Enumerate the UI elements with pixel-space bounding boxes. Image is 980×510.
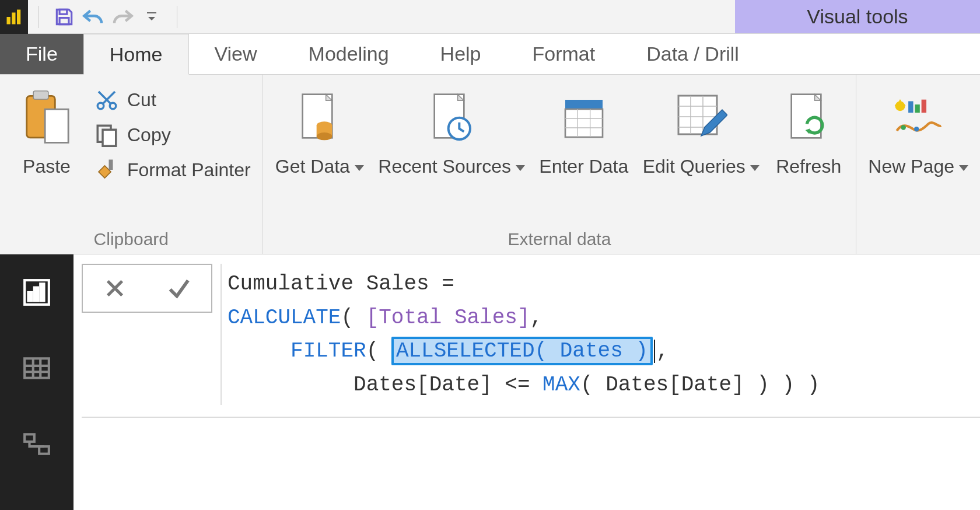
new-page-icon — [892, 86, 944, 151]
edit-queries-button[interactable]: Edit Queries — [643, 81, 760, 177]
svg-point-17 — [317, 132, 332, 140]
svg-rect-34 — [908, 101, 913, 113]
new-page-button[interactable]: New Page — [868, 81, 968, 177]
tab-home[interactable]: Home — [83, 34, 189, 75]
svg-rect-21 — [565, 109, 603, 137]
group-external-label: External data — [275, 226, 845, 250]
qat-left — [0, 0, 188, 33]
tok-calculate: CALCULATE — [228, 306, 341, 330]
svg-rect-4 — [60, 18, 69, 24]
new-page-label: New Page — [868, 155, 968, 177]
cancel-formula-button[interactable] — [83, 265, 147, 312]
qat-separator — [177, 6, 177, 28]
paste-button[interactable]: Paste — [12, 81, 82, 177]
customize-qat-button[interactable] — [137, 2, 166, 32]
paste-label: Paste — [23, 155, 71, 177]
formula-editor[interactable]: Cumulative Sales = CALCULATE( [Total Sal… — [220, 264, 980, 405]
svg-rect-1 — [12, 12, 15, 24]
svg-rect-3 — [60, 9, 67, 14]
group-insert-label — [868, 226, 968, 250]
refresh-label: Refresh — [776, 155, 841, 177]
check-icon — [166, 275, 192, 302]
contextual-tab-title: Visual tools — [735, 0, 980, 33]
enter-data-label: Enter Data — [539, 155, 628, 177]
tok-allselected-selection: ALLSELECTED( Dates ) — [391, 337, 653, 365]
cut-button[interactable]: Cut — [94, 88, 251, 112]
close-icon — [103, 276, 127, 301]
tab-file[interactable]: File — [0, 34, 83, 74]
tab-help[interactable]: Help — [415, 34, 507, 74]
qat-separator — [38, 6, 39, 28]
group-clipboard-label: Clipboard — [12, 226, 251, 250]
tok-filter: FILTER — [290, 339, 366, 363]
group-external-data: Get Data Recent Sources — [263, 75, 857, 254]
tab-data-drill[interactable]: Data / Drill — [621, 34, 765, 74]
group-clipboard: Paste Cut Copy — [0, 75, 263, 254]
svg-rect-12 — [103, 130, 116, 146]
refresh-icon — [785, 86, 832, 151]
group-insert: New Page — [856, 75, 980, 254]
format-painter-label: Format Painter — [127, 159, 251, 181]
get-data-icon — [296, 86, 343, 151]
scissors-icon — [94, 88, 119, 112]
data-view-button[interactable] — [16, 348, 57, 389]
svg-rect-42 — [40, 284, 44, 301]
redo-button[interactable] — [108, 2, 137, 32]
copy-icon — [94, 123, 119, 147]
tab-format[interactable]: Format — [507, 34, 621, 74]
ribbon-tabs: File Home View Modeling Help Format Data… — [0, 34, 980, 75]
svg-rect-41 — [34, 288, 38, 301]
refresh-button[interactable]: Refresh — [774, 81, 844, 177]
tab-modeling[interactable]: Modeling — [283, 34, 415, 74]
svg-rect-35 — [915, 104, 920, 113]
commit-formula-button[interactable] — [147, 265, 211, 312]
tab-view[interactable]: View — [189, 34, 283, 74]
undo-button[interactable] — [79, 2, 108, 32]
app-logo-icon — [0, 0, 28, 34]
quick-access-toolbar: Visual tools — [0, 0, 980, 34]
paste-icon — [22, 86, 72, 151]
text-cursor — [654, 340, 655, 363]
save-button[interactable] — [50, 2, 79, 32]
svg-rect-40 — [28, 292, 32, 301]
copy-button[interactable]: Copy — [94, 123, 251, 147]
svg-rect-20 — [565, 100, 603, 109]
left-nav — [0, 254, 74, 510]
svg-rect-0 — [7, 17, 10, 25]
workspace: Cumulative Sales = CALCULATE( [Total Sal… — [0, 254, 980, 510]
report-canvas[interactable] — [82, 417, 980, 510]
ribbon-body: Paste Cut Copy — [0, 75, 980, 254]
formula-area: Cumulative Sales = CALCULATE( [Total Sal… — [74, 254, 980, 510]
formula-text-measure-name: Cumulative Sales = — [228, 272, 467, 296]
enter-data-icon — [561, 86, 607, 151]
tok-total-sales: [Total Sales] — [366, 306, 530, 330]
get-data-label: Get Data — [275, 155, 364, 177]
svg-rect-7 — [33, 91, 48, 99]
enter-data-button[interactable]: Enter Data — [539, 81, 628, 177]
svg-rect-8 — [45, 109, 68, 142]
format-painter-icon — [94, 158, 119, 182]
svg-rect-2 — [17, 9, 20, 24]
format-painter-button[interactable]: Format Painter — [94, 158, 251, 182]
recent-sources-label: Recent Sources — [378, 155, 525, 177]
edit-queries-icon — [675, 86, 727, 151]
formula-confirm-box — [82, 264, 212, 313]
svg-point-37 — [901, 125, 906, 130]
svg-rect-48 — [24, 434, 34, 442]
recent-sources-button[interactable]: Recent Sources — [378, 81, 525, 177]
copy-label: Copy — [127, 124, 171, 146]
svg-rect-43 — [24, 358, 49, 378]
svg-point-38 — [914, 127, 919, 131]
recent-sources-icon — [428, 86, 475, 151]
model-view-button[interactable] — [16, 424, 57, 464]
svg-rect-13 — [109, 160, 113, 170]
report-view-button[interactable] — [16, 272, 57, 313]
svg-rect-36 — [922, 100, 926, 113]
cut-label: Cut — [127, 89, 156, 111]
tok-max: MAX — [542, 373, 580, 397]
get-data-button[interactable]: Get Data — [275, 81, 364, 177]
edit-queries-label: Edit Queries — [643, 155, 760, 177]
svg-rect-5 — [147, 12, 156, 13]
